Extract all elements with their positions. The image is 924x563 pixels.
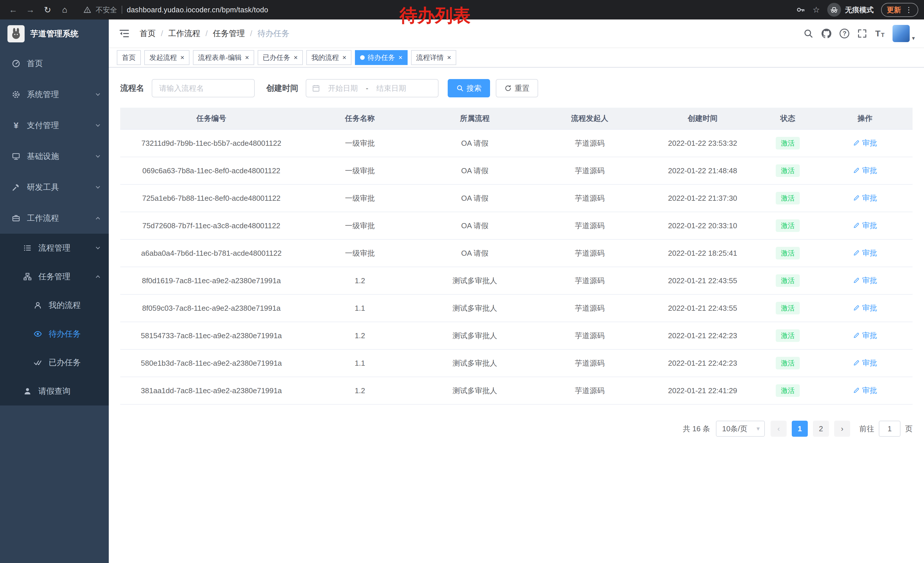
close-icon[interactable]: × <box>399 54 402 61</box>
table-header-row: 任务编号 任务名称 所属流程 流程发起人 创建时间 状态 操作 <box>120 108 912 129</box>
sidebar-item-done-tasks[interactable]: 已办任务 <box>0 348 109 377</box>
breadcrumb-item-task-management[interactable]: 任务管理 <box>213 28 245 39</box>
reset-button[interactable]: 重置 <box>496 79 538 98</box>
approve-link[interactable]: 审批 <box>853 330 877 341</box>
back-icon: ← <box>9 5 18 15</box>
incognito-label: 无痕模式 <box>845 5 874 15</box>
page-button-1[interactable]: 1 <box>792 421 808 437</box>
cell-process: 测试多审批人 <box>417 294 532 322</box>
sidebar-item-infrastructure[interactable]: 基础设施 <box>0 141 109 172</box>
sidebar-item-workflow[interactable]: 工作流程 <box>0 203 109 234</box>
sidebar-item-label: 我的流程 <box>49 300 81 311</box>
tab-form-edit[interactable]: 流程表单-编辑 × <box>193 50 254 65</box>
approve-link[interactable]: 审批 <box>853 303 877 313</box>
range-separator: - <box>366 84 368 93</box>
sidebar-item-home[interactable]: 首页 <box>0 48 109 79</box>
date-range-picker[interactable]: - <box>306 79 438 98</box>
sidebar-item-dev-tools[interactable]: 研发工具 <box>0 172 109 203</box>
process-name-input[interactable] <box>152 79 255 98</box>
tab-done-tasks[interactable]: 已办任务 × <box>258 50 303 65</box>
avatar <box>892 25 910 42</box>
chevron-down-icon <box>95 92 101 98</box>
cell-initiator: 芋道源码 <box>532 349 647 377</box>
breadcrumb-item-workflow[interactable]: 工作流程 <box>168 28 200 39</box>
tab-label: 首页 <box>122 53 136 62</box>
fullscreen-icon[interactable] <box>857 29 867 38</box>
approve-link-label: 审批 <box>862 193 877 203</box>
browser-forward-button[interactable]: → <box>23 2 38 17</box>
cell-task-name: 1.2 <box>303 377 417 404</box>
address-bar[interactable]: 不安全 dashboard.yudao.iocoder.cn/bpm/task/… <box>84 5 268 15</box>
end-date-input[interactable] <box>371 83 412 93</box>
github-icon[interactable] <box>821 29 831 39</box>
sidebar-item-system[interactable]: 系统管理 <box>0 79 109 110</box>
approve-link[interactable]: 审批 <box>853 193 877 203</box>
cell-created: 2022-01-21 22:42:23 <box>647 322 758 349</box>
incognito-chip[interactable]: 无痕模式 <box>827 3 874 17</box>
tab-todo-tasks[interactable]: 待办任务 × <box>355 50 408 65</box>
close-icon[interactable]: × <box>447 54 451 61</box>
cell-action: 审批 <box>818 267 912 294</box>
forward-icon: → <box>26 5 34 15</box>
prev-page-button[interactable]: ‹ <box>771 421 787 437</box>
approve-link[interactable]: 审批 <box>853 358 877 368</box>
browser-update-chip[interactable]: 更新 ⋮ <box>881 3 918 17</box>
goto-label: 前往 <box>859 424 874 434</box>
approve-link-label: 审批 <box>862 248 877 258</box>
cell-task-name: 1.2 <box>303 322 417 349</box>
goto-page-input[interactable] <box>879 421 900 437</box>
sidebar-item-task-management[interactable]: 任务管理 <box>0 262 109 291</box>
next-page-button[interactable]: › <box>834 421 850 437</box>
url-divider <box>122 6 122 14</box>
tab-label: 已办任务 <box>263 53 290 62</box>
sidebar-item-my-process[interactable]: 我的流程 <box>0 291 109 320</box>
user-menu[interactable]: ▾ <box>892 25 915 42</box>
chevron-down-icon <box>95 245 101 251</box>
sidebar-item-process-management[interactable]: 流程管理 <box>0 234 109 262</box>
browser-menu-icon[interactable]: ⋮ <box>905 6 912 14</box>
sidebar-item-todo-tasks[interactable]: 待办任务 <box>0 320 109 348</box>
column-header-actions: 操作 <box>818 108 912 129</box>
tab-home[interactable]: 首页 <box>117 50 141 65</box>
bookmark-star-icon[interactable]: ☆ <box>813 5 820 15</box>
start-date-input[interactable] <box>322 83 363 93</box>
status-badge: 激活 <box>776 164 800 177</box>
breadcrumb-item-home[interactable]: 首页 <box>140 28 156 39</box>
status-badge: 激活 <box>776 137 800 149</box>
cell-process: 测试多审批人 <box>417 267 532 294</box>
font-size-icon[interactable]: TT <box>875 29 885 38</box>
screen: ← → ↻ ⌂ 不安全 dashboard.yudao.iocoder.cn/b… <box>0 0 924 563</box>
tab-start-process[interactable]: 发起流程 × <box>144 50 189 65</box>
url-text: dashboard.yudao.iocoder.cn/bpm/task/todo <box>127 6 268 14</box>
approve-link[interactable]: 审批 <box>853 221 877 231</box>
tabs-bar: 首页 发起流程 × 流程表单-编辑 × 已办任务 × 我的流程 × <box>109 48 924 68</box>
approve-link[interactable]: 审批 <box>853 165 877 176</box>
sidebar-toggle-button[interactable] <box>118 27 130 40</box>
approve-link[interactable]: 审批 <box>853 138 877 148</box>
cell-initiator: 芋道源码 <box>532 157 647 185</box>
page-button-2[interactable]: 2 <box>813 421 829 437</box>
close-icon[interactable]: × <box>294 54 298 61</box>
approve-link[interactable]: 审批 <box>853 275 877 285</box>
close-icon[interactable]: × <box>342 54 346 61</box>
browser-reload-button[interactable]: ↻ <box>40 2 55 17</box>
browser-home-button[interactable]: ⌂ <box>57 2 72 17</box>
close-icon[interactable]: × <box>245 54 249 61</box>
tab-label: 待办任务 <box>368 53 395 62</box>
cell-task-id: a6aba0a4-7b6d-11ec-b781-acde48001122 <box>120 239 303 267</box>
close-icon[interactable]: × <box>180 54 184 61</box>
tab-my-process[interactable]: 我的流程 × <box>306 50 351 65</box>
hierarchy-icon <box>23 272 32 281</box>
key-icon[interactable] <box>796 5 805 14</box>
tab-process-detail[interactable]: 流程详情 × <box>411 50 456 65</box>
search-button[interactable]: 搜索 <box>448 79 490 98</box>
help-icon[interactable]: ? <box>840 29 849 38</box>
browser-back-button[interactable]: ← <box>6 2 21 17</box>
app-logo-row[interactable]: 芋道管理系统 <box>0 20 109 48</box>
sidebar-item-leave-query[interactable]: 请假查询 <box>0 377 109 405</box>
approve-link[interactable]: 审批 <box>853 248 877 258</box>
page-size-select[interactable]: 10条/页 ▾ <box>716 421 765 437</box>
approve-link[interactable]: 审批 <box>853 386 877 395</box>
search-icon[interactable] <box>804 29 813 38</box>
sidebar-item-payment[interactable]: ¥ 支付管理 <box>0 110 109 141</box>
